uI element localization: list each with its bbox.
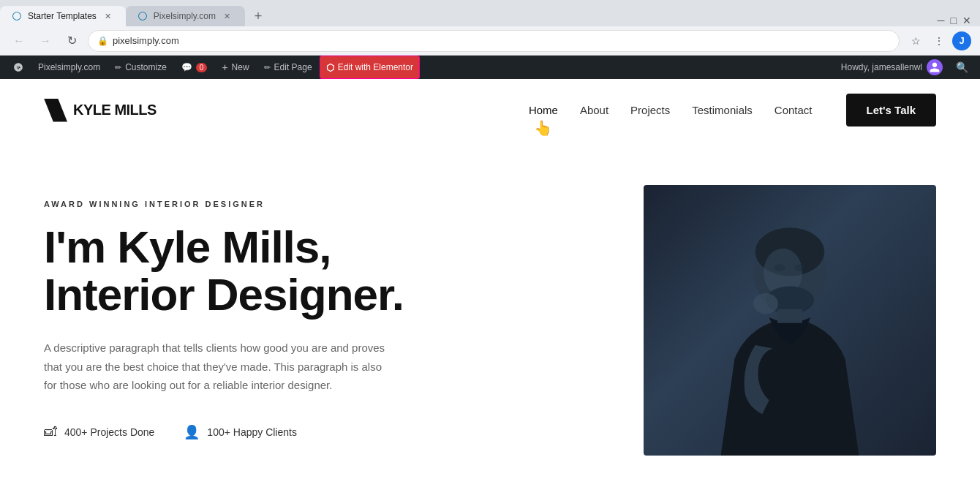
comment-icon: 💬 [181, 62, 192, 72]
website-content: KYLE MILLS Home 👆 About Projects Testimo… [0, 79, 980, 456]
nav-testimonials[interactable]: Testimonials [692, 104, 753, 116]
svg-point-4 [753, 293, 778, 314]
pencil-icon: ✏ [115, 63, 121, 72]
forward-button[interactable]: → [35, 31, 56, 51]
edit-page-item[interactable]: ✏ Edit Page [257, 56, 320, 79]
nav-projects[interactable]: Projects [630, 104, 670, 116]
projects-icon: 🛋 [44, 424, 57, 439]
nav-about-label: About [580, 104, 608, 116]
bookmark-icon[interactable]: ☆ [905, 31, 926, 51]
comments-item[interactable]: 💬 0 [174, 56, 215, 79]
minimize-button[interactable]: ─ [938, 15, 945, 26]
reload-button[interactable]: ↻ [61, 31, 82, 51]
tab-starter-close[interactable]: ✕ [102, 10, 114, 22]
lock-icon: 🔒 [97, 36, 108, 46]
hero-stat-projects: 🛋 400+ Projects Done [44, 424, 154, 439]
wordpress-icon [12, 11, 22, 21]
svg-point-6 [795, 264, 806, 271]
nav-projects-label: Projects [630, 104, 670, 116]
address-bar[interactable]: 🔒 pixelsimply.com [88, 30, 900, 52]
wp-user-avatar [927, 59, 943, 75]
more-options-icon[interactable]: ⋮ [929, 31, 949, 51]
nav-about[interactable]: About [580, 104, 608, 116]
svg-rect-7 [777, 309, 802, 323]
tab-starter-title: Starter Templates [28, 11, 97, 21]
svg-point-5 [774, 264, 785, 271]
wp-admin-bar: Pixelsimply.com ✏ Customize 💬 0 + New ✏ … [0, 56, 980, 79]
hero-image [644, 185, 936, 456]
profile-avatar[interactable]: J [952, 31, 971, 50]
edit-page-label: Edit Page [274, 62, 312, 72]
edit-elementor-item[interactable]: ⬡ Edit with Elementor [320, 56, 420, 79]
customize-label: Customize [125, 62, 167, 72]
new-tab-button[interactable]: + [248, 6, 268, 26]
browser-chrome: Starter Templates ✕ Pixelsimply.com ✕ + … [0, 0, 980, 56]
customize-item[interactable]: ✏ Customize [108, 56, 174, 79]
cursor-icon: 👆 [534, 119, 552, 137]
plus-icon: + [222, 61, 227, 73]
person-silhouette [687, 207, 892, 456]
close-window-button[interactable]: ✕ [962, 15, 971, 26]
tab-pixelsimply[interactable]: Pixelsimply.com ✕ [126, 6, 245, 26]
hero-title: I'm Kyle Mills, Interior Designer. [44, 223, 644, 318]
hero-subtitle: AWARD WINNING INTERIOR DESIGNER [44, 200, 644, 208]
elementor-icon: ⬡ [326, 62, 334, 73]
nav-home-label: Home [529, 104, 558, 116]
wordpress-icon-2 [137, 11, 148, 21]
tab-pixelsimply-title: Pixelsimply.com [154, 11, 216, 21]
wp-search-icon[interactable]: 🔍 [950, 61, 974, 73]
address-url: pixelsimply.com [113, 35, 890, 46]
toolbar-icons: ☆ ⋮ J [905, 31, 971, 51]
hero-person [644, 185, 936, 456]
hero-section: AWARD WINNING INTERIOR DESIGNER I'm Kyle… [0, 141, 980, 456]
hero-stat-clients: 👤 100+ Happy Clients [184, 424, 297, 440]
projects-stat-label: 400+ Projects Done [64, 426, 154, 438]
hero-title-line2: Interior Designer. [44, 269, 404, 320]
wp-right-section: Howdy, jamesallenwl 🔍 [834, 59, 974, 75]
pencil-icon-2: ✏ [264, 63, 271, 72]
tab-pixelsimply-close[interactable]: ✕ [222, 10, 233, 22]
hero-title-line1: I'm Kyle Mills, [44, 222, 331, 272]
site-header: KYLE MILLS Home 👆 About Projects Testimo… [0, 79, 980, 141]
site-navigation: Home 👆 About Projects Testimonials Conta… [529, 94, 936, 127]
site-logo[interactable]: KYLE MILLS [44, 99, 157, 122]
browser-toolbar: ← → ↻ 🔒 pixelsimply.com ☆ ⋮ J [0, 26, 980, 56]
hero-stats: 🛋 400+ Projects Done 👤 100+ Happy Client… [44, 424, 644, 440]
hero-description: A descriptive paragraph that tells clien… [44, 339, 395, 395]
logo-text: KYLE MILLS [73, 102, 157, 118]
site-name-item[interactable]: Pixelsimply.com [31, 56, 108, 79]
maximize-button[interactable]: □ [951, 15, 957, 26]
comment-count: 0 [196, 63, 208, 72]
logo-k-icon [44, 99, 67, 122]
clients-stat-label: 100+ Happy Clients [207, 426, 297, 438]
back-button[interactable]: ← [9, 31, 29, 51]
howdy-section[interactable]: Howdy, jamesallenwl [834, 59, 950, 75]
nav-testimonials-label: Testimonials [692, 104, 753, 116]
nav-contact[interactable]: Contact [774, 104, 813, 116]
hero-content: AWARD WINNING INTERIOR DESIGNER I'm Kyle… [44, 185, 644, 440]
new-label: New [232, 62, 249, 72]
nav-home[interactable]: Home 👆 [529, 104, 558, 116]
tab-starter-templates[interactable]: Starter Templates ✕ [0, 6, 126, 26]
howdy-text: Howdy, jamesallenwl [841, 62, 922, 72]
tab-bar: Starter Templates ✕ Pixelsimply.com ✕ + … [0, 0, 980, 26]
site-name-label: Pixelsimply.com [38, 62, 100, 72]
nav-contact-label: Contact [774, 104, 813, 116]
cta-button[interactable]: Let's Talk [846, 94, 936, 127]
new-item[interactable]: + New [214, 56, 256, 79]
wp-logo-item[interactable] [6, 56, 31, 79]
edit-elementor-label: Edit with Elementor [338, 62, 413, 72]
clients-icon: 👤 [184, 424, 200, 440]
